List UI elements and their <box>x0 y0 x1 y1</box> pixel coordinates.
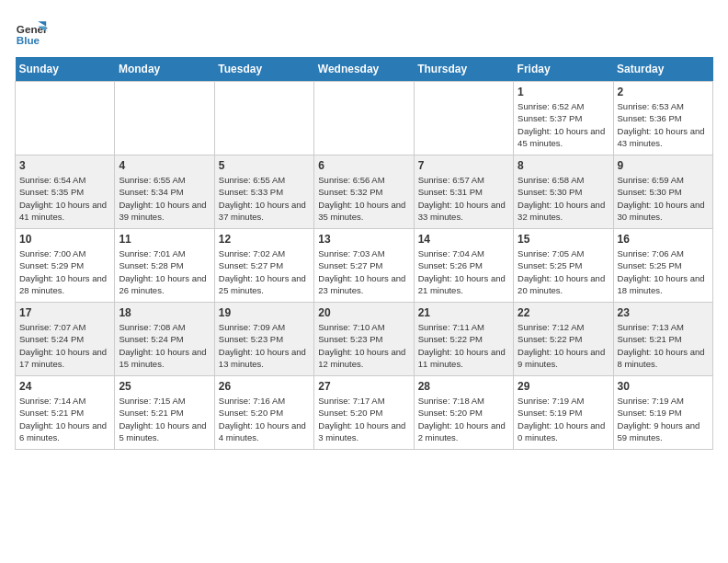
calendar-cell <box>115 82 214 155</box>
day-info: Sunrise: 7:17 AM Sunset: 5:20 PM Dayligh… <box>318 395 409 443</box>
day-info: Sunrise: 7:10 AM Sunset: 5:23 PM Dayligh… <box>318 321 409 370</box>
calendar-cell: 27Sunrise: 7:17 AM Sunset: 5:20 PM Dayli… <box>314 376 414 450</box>
day-number: 25 <box>119 380 210 393</box>
calendar-cell: 5Sunrise: 6:55 AM Sunset: 5:33 PM Daylig… <box>214 155 313 229</box>
day-info: Sunrise: 7:03 AM Sunset: 5:27 PM Dayligh… <box>318 247 409 296</box>
day-info: Sunrise: 7:07 AM Sunset: 5:24 PM Dayligh… <box>19 321 110 370</box>
calendar-cell: 30Sunrise: 7:19 AM Sunset: 5:19 PM Dayli… <box>613 376 712 450</box>
day-number: 22 <box>518 306 609 319</box>
day-info: Sunrise: 7:08 AM Sunset: 5:24 PM Dayligh… <box>119 321 210 370</box>
day-number: 1 <box>518 86 609 98</box>
calendar-cell: 17Sunrise: 7:07 AM Sunset: 5:24 PM Dayli… <box>16 303 115 376</box>
day-info: Sunrise: 6:53 AM Sunset: 5:36 PM Dayligh… <box>618 100 709 149</box>
logo: General Blue <box>15 15 48 48</box>
calendar-cell <box>214 82 313 155</box>
calendar-cell: 2Sunrise: 6:53 AM Sunset: 5:36 PM Daylig… <box>613 82 712 155</box>
calendar-cell: 14Sunrise: 7:04 AM Sunset: 5:26 PM Dayli… <box>414 229 513 303</box>
calendar-header-row: SundayMondayTuesdayWednesdayThursdayFrid… <box>16 57 713 82</box>
header: General Blue <box>15 15 713 48</box>
svg-text:Blue: Blue <box>17 34 40 46</box>
day-info: Sunrise: 6:58 AM Sunset: 5:30 PM Dayligh… <box>518 174 609 223</box>
calendar-day-header: Thursday <box>414 57 513 82</box>
day-info: Sunrise: 7:18 AM Sunset: 5:20 PM Dayligh… <box>418 395 509 443</box>
day-number: 24 <box>19 380 110 393</box>
day-info: Sunrise: 7:05 AM Sunset: 5:25 PM Dayligh… <box>518 247 609 296</box>
calendar-cell: 10Sunrise: 7:00 AM Sunset: 5:29 PM Dayli… <box>16 229 115 303</box>
calendar-cell: 26Sunrise: 7:16 AM Sunset: 5:20 PM Dayli… <box>214 376 313 450</box>
calendar-cell: 4Sunrise: 6:55 AM Sunset: 5:34 PM Daylig… <box>115 155 214 229</box>
day-info: Sunrise: 7:19 AM Sunset: 5:19 PM Dayligh… <box>618 395 709 443</box>
calendar-cell: 22Sunrise: 7:12 AM Sunset: 5:22 PM Dayli… <box>514 303 613 376</box>
calendar-cell <box>314 82 414 155</box>
calendar-week-row: 1Sunrise: 6:52 AM Sunset: 5:37 PM Daylig… <box>16 82 713 155</box>
day-info: Sunrise: 6:52 AM Sunset: 5:37 PM Dayligh… <box>518 100 609 149</box>
calendar-cell: 1Sunrise: 6:52 AM Sunset: 5:37 PM Daylig… <box>514 82 613 155</box>
calendar-week-row: 24Sunrise: 7:14 AM Sunset: 5:21 PM Dayli… <box>16 376 713 450</box>
day-number: 27 <box>318 380 409 393</box>
calendar-cell: 23Sunrise: 7:13 AM Sunset: 5:21 PM Dayli… <box>613 303 712 376</box>
day-info: Sunrise: 6:56 AM Sunset: 5:32 PM Dayligh… <box>318 174 409 223</box>
day-number: 21 <box>418 306 509 319</box>
day-number: 10 <box>19 233 110 246</box>
calendar-day-header: Tuesday <box>214 57 313 82</box>
day-info: Sunrise: 7:11 AM Sunset: 5:22 PM Dayligh… <box>418 321 509 370</box>
day-number: 2 <box>618 86 709 98</box>
day-number: 4 <box>119 159 210 172</box>
calendar-cell <box>414 82 513 155</box>
calendar-week-row: 3Sunrise: 6:54 AM Sunset: 5:35 PM Daylig… <box>16 155 713 229</box>
day-info: Sunrise: 7:04 AM Sunset: 5:26 PM Dayligh… <box>418 247 509 296</box>
day-number: 8 <box>518 159 609 172</box>
day-number: 28 <box>418 380 509 393</box>
day-number: 11 <box>119 233 210 246</box>
day-number: 6 <box>318 159 409 172</box>
day-number: 20 <box>318 306 409 319</box>
day-number: 15 <box>518 233 609 246</box>
day-number: 9 <box>618 159 709 172</box>
day-info: Sunrise: 6:55 AM Sunset: 5:33 PM Dayligh… <box>219 174 310 223</box>
day-info: Sunrise: 6:55 AM Sunset: 5:34 PM Dayligh… <box>119 174 210 223</box>
calendar-week-row: 10Sunrise: 7:00 AM Sunset: 5:29 PM Dayli… <box>16 229 713 303</box>
calendar-cell: 13Sunrise: 7:03 AM Sunset: 5:27 PM Dayli… <box>314 229 414 303</box>
day-number: 7 <box>418 159 509 172</box>
day-number: 23 <box>618 306 709 319</box>
calendar-cell: 9Sunrise: 6:59 AM Sunset: 5:30 PM Daylig… <box>613 155 712 229</box>
calendar-cell: 28Sunrise: 7:18 AM Sunset: 5:20 PM Dayli… <box>414 376 513 450</box>
calendar-cell: 6Sunrise: 6:56 AM Sunset: 5:32 PM Daylig… <box>314 155 414 229</box>
calendar-cell: 18Sunrise: 7:08 AM Sunset: 5:24 PM Dayli… <box>115 303 214 376</box>
day-info: Sunrise: 7:00 AM Sunset: 5:29 PM Dayligh… <box>19 247 110 296</box>
calendar-day-header: Monday <box>115 57 214 82</box>
calendar-day-header: Wednesday <box>314 57 414 82</box>
calendar-cell: 8Sunrise: 6:58 AM Sunset: 5:30 PM Daylig… <box>514 155 613 229</box>
calendar-cell: 7Sunrise: 6:57 AM Sunset: 5:31 PM Daylig… <box>414 155 513 229</box>
day-number: 17 <box>19 306 110 319</box>
day-info: Sunrise: 7:06 AM Sunset: 5:25 PM Dayligh… <box>618 247 709 296</box>
calendar-cell: 12Sunrise: 7:02 AM Sunset: 5:27 PM Dayli… <box>214 229 313 303</box>
day-info: Sunrise: 7:19 AM Sunset: 5:19 PM Dayligh… <box>518 395 609 443</box>
day-number: 26 <box>219 380 310 393</box>
day-number: 16 <box>618 233 709 246</box>
calendar-cell: 21Sunrise: 7:11 AM Sunset: 5:22 PM Dayli… <box>414 303 513 376</box>
day-number: 30 <box>618 380 709 393</box>
calendar-cell: 20Sunrise: 7:10 AM Sunset: 5:23 PM Dayli… <box>314 303 414 376</box>
calendar-week-row: 17Sunrise: 7:07 AM Sunset: 5:24 PM Dayli… <box>16 303 713 376</box>
day-info: Sunrise: 7:14 AM Sunset: 5:21 PM Dayligh… <box>19 395 110 443</box>
calendar-cell: 19Sunrise: 7:09 AM Sunset: 5:23 PM Dayli… <box>214 303 313 376</box>
calendar-day-header: Saturday <box>613 57 712 82</box>
calendar-cell: 16Sunrise: 7:06 AM Sunset: 5:25 PM Dayli… <box>613 229 712 303</box>
day-number: 19 <box>219 306 310 319</box>
day-number: 14 <box>418 233 509 246</box>
calendar-cell: 29Sunrise: 7:19 AM Sunset: 5:19 PM Dayli… <box>514 376 613 450</box>
calendar-table: SundayMondayTuesdayWednesdayThursdayFrid… <box>15 57 713 450</box>
day-info: Sunrise: 7:16 AM Sunset: 5:20 PM Dayligh… <box>219 395 310 443</box>
calendar-cell: 11Sunrise: 7:01 AM Sunset: 5:28 PM Dayli… <box>115 229 214 303</box>
day-number: 5 <box>219 159 310 172</box>
day-number: 18 <box>119 306 210 319</box>
day-info: Sunrise: 6:59 AM Sunset: 5:30 PM Dayligh… <box>618 174 709 223</box>
calendar-day-header: Sunday <box>16 57 115 82</box>
day-number: 3 <box>19 159 110 172</box>
day-info: Sunrise: 7:12 AM Sunset: 5:22 PM Dayligh… <box>518 321 609 370</box>
logo-icon: General Blue <box>15 15 48 48</box>
calendar-cell: 3Sunrise: 6:54 AM Sunset: 5:35 PM Daylig… <box>16 155 115 229</box>
calendar-cell: 15Sunrise: 7:05 AM Sunset: 5:25 PM Dayli… <box>514 229 613 303</box>
day-info: Sunrise: 7:02 AM Sunset: 5:27 PM Dayligh… <box>219 247 310 296</box>
